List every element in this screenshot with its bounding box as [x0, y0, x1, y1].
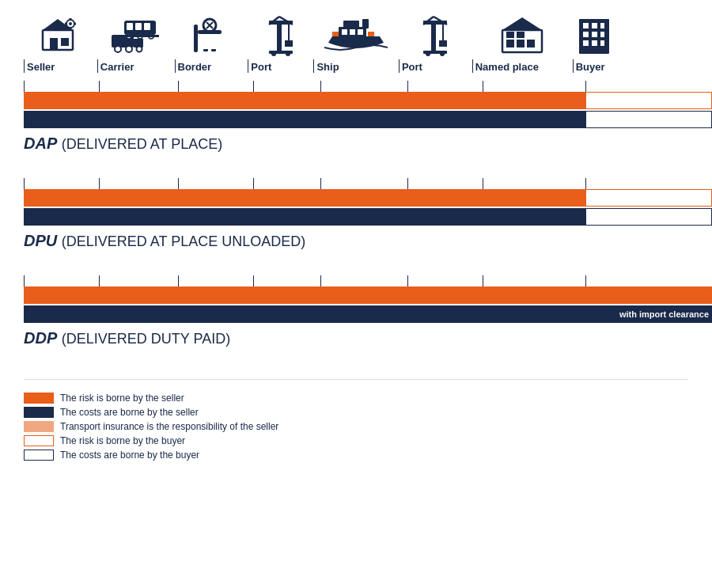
legend-swatch-orange-light: [24, 421, 54, 432]
icon-buyer: [573, 13, 696, 56]
svg-rect-69: [592, 32, 597, 37]
svg-rect-8: [65, 23, 67, 25]
legend-swatch-white-navy: [24, 450, 54, 461]
dpu-orange-empty: [585, 189, 712, 207]
icon-port1: [248, 13, 313, 56]
svg-rect-48: [431, 21, 436, 51]
svg-rect-6: [69, 18, 71, 21]
icon-named-place: [472, 13, 573, 56]
legend-text-1: The risk is borne by the seller: [60, 393, 184, 404]
ddp-navy-bar: with import clearance: [24, 305, 712, 323]
dpu-orange-bar: [24, 189, 712, 207]
svg-rect-61: [527, 40, 535, 47]
legend-swatch-white-orange: [24, 435, 54, 446]
column-labels: Seller Carrier Border Port Ship Port Nam…: [16, 59, 696, 73]
svg-point-5: [69, 22, 72, 25]
dap-section: [16, 81, 696, 128]
dap-navy-filled: [24, 111, 585, 128]
legend-item-2: The costs are borne by the seller: [24, 407, 696, 418]
svg-rect-66: [592, 23, 597, 28]
svg-rect-3: [61, 38, 69, 46]
svg-rect-9: [74, 23, 76, 25]
svg-marker-12: [134, 39, 143, 43]
dpu-title: DPU (DELIVERED AT PLACE UNLOADED): [16, 232, 696, 250]
label-buyer: Buyer: [573, 59, 696, 73]
label-ship: Ship: [313, 59, 398, 73]
svg-rect-63: [517, 32, 525, 38]
dpu-navy-filled: [24, 208, 585, 226]
label-named-place: Named place: [472, 59, 573, 73]
dpu-section: [16, 178, 696, 226]
dap-navy-bar: [24, 111, 712, 128]
legend-item-1: The risk is borne by the seller: [24, 393, 696, 404]
svg-point-56: [440, 51, 445, 56]
legend-text-5: The costs are borne by the buyer: [60, 450, 199, 461]
legend-text-3: Transport insurance is the responsibilit…: [60, 421, 278, 432]
svg-rect-46: [332, 32, 339, 36]
legend-text-4: The risk is borne by the buyer: [60, 435, 185, 446]
svg-rect-45: [362, 19, 369, 28]
dpu-orange-filled: [24, 189, 585, 207]
dap-orange-empty: [585, 92, 712, 109]
svg-rect-2: [50, 38, 58, 50]
svg-rect-59: [506, 40, 514, 47]
ddp-orange-filled: [24, 286, 712, 304]
icon-seller: [24, 13, 97, 56]
dap-orange-filled: [24, 92, 585, 109]
ddp-section: with import clearance: [16, 275, 696, 323]
legend-item-3: Transport insurance is the responsibilit…: [24, 421, 696, 432]
svg-rect-7: [69, 27, 71, 29]
label-port2: Port: [399, 59, 472, 73]
svg-rect-72: [592, 40, 597, 46]
dap-title: DAP (DELIVERED AT PLACE): [16, 135, 696, 153]
svg-point-55: [426, 51, 430, 56]
svg-point-14: [126, 46, 132, 52]
svg-rect-68: [583, 32, 589, 37]
svg-rect-73: [600, 40, 604, 46]
svg-point-38: [271, 51, 276, 56]
svg-rect-67: [600, 23, 604, 28]
legend-swatch-navy: [24, 407, 54, 418]
svg-rect-23: [122, 35, 159, 37]
legend-swatch-orange: [24, 393, 54, 404]
svg-rect-44: [358, 29, 363, 35]
label-seller: Seller: [24, 59, 97, 73]
svg-rect-60: [517, 40, 525, 47]
svg-marker-58: [502, 17, 542, 30]
icon-ship: [313, 13, 398, 56]
icon-carrier: [97, 13, 175, 56]
svg-point-13: [115, 46, 121, 52]
legend-item-4: The risk is borne by the buyer: [24, 435, 696, 446]
svg-point-39: [286, 51, 290, 56]
svg-rect-71: [583, 40, 589, 46]
svg-point-15: [137, 47, 142, 52]
dpu-navy-empty: [585, 208, 712, 226]
svg-rect-41: [343, 21, 359, 28]
dap-navy-empty: [585, 111, 712, 128]
icon-border: [175, 13, 248, 56]
legend: The risk is borne by the seller The cost…: [16, 393, 696, 461]
svg-rect-36: [285, 40, 293, 47]
dpu-navy-bar: [24, 208, 712, 226]
svg-rect-70: [600, 32, 604, 37]
svg-rect-47: [368, 32, 374, 36]
ddp-import-label: with import clearance: [619, 309, 709, 319]
svg-rect-24: [194, 25, 198, 52]
svg-rect-17: [127, 23, 133, 30]
label-carrier: Carrier: [97, 59, 175, 73]
legend-text-2: The costs are borne by the seller: [60, 407, 199, 418]
ddp-navy-filled: [24, 305, 712, 323]
svg-rect-42: [342, 29, 347, 35]
ddp-title: DDP (DELIVERED DUTY PAID): [16, 329, 696, 347]
label-port1: Port: [248, 59, 313, 73]
svg-rect-65: [583, 23, 589, 28]
svg-rect-18: [135, 23, 142, 30]
svg-rect-19: [144, 23, 150, 30]
ddp-orange-bar: [24, 286, 712, 304]
icon-port2: [399, 13, 472, 56]
dap-orange-bar: [24, 92, 712, 109]
svg-rect-29: [203, 49, 208, 51]
svg-rect-53: [439, 40, 447, 47]
svg-rect-43: [350, 29, 355, 35]
svg-rect-31: [277, 21, 282, 51]
